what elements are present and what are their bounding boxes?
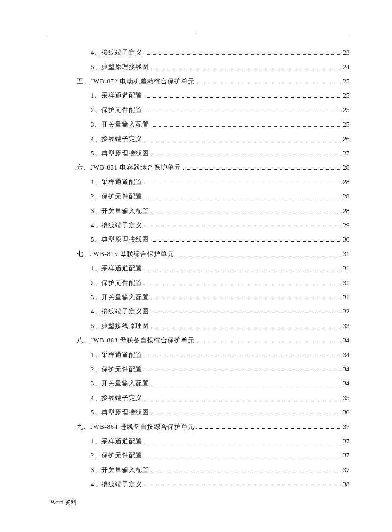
toc-page-number: 32 <box>343 308 349 315</box>
toc-page-number: 34 <box>343 366 349 373</box>
toc-leader-dots <box>144 97 342 98</box>
toc-entry: 4、接线端子定义23 <box>43 49 349 63</box>
toc-label: 七、JWB-815 母联综合保护单元 <box>77 250 174 258</box>
toc-page-number: 30 <box>343 236 349 243</box>
toc-leader-dots <box>176 256 341 256</box>
toc-label: 5、典型原理接线图 <box>91 236 149 244</box>
toc-entry: 五、JWB-872 电动机差动综合保护单元25 <box>43 78 349 92</box>
toc-leader-dots <box>151 313 342 313</box>
toc-entry: 1、采样通道配置31 <box>43 265 349 279</box>
toc-leader-dots <box>151 241 342 242</box>
toc-leader-dots <box>144 54 342 55</box>
toc-leader-dots <box>151 213 342 213</box>
toc-entry: 5、典型原理接线图27 <box>43 150 349 164</box>
toc-entry: 1、采样通道配置34 <box>43 351 349 365</box>
toc-page-number: 31 <box>343 265 349 272</box>
toc-entry: 2、保护元件配置25 <box>43 106 349 121</box>
toc-label: 4、接线端子定义 <box>91 394 142 402</box>
toc-leader-dots <box>151 155 342 155</box>
toc-leader-dots <box>144 486 342 486</box>
toc-label: 5、典型原理接线图 <box>91 63 149 71</box>
toc-label: 4、接线端子定义 <box>91 135 142 143</box>
toc-label: 2、保护元件配置 <box>91 193 142 201</box>
toc-entry: 5、典型原理接线图30 <box>43 236 349 250</box>
toc-page-number: 34 <box>343 351 349 359</box>
toc-entry: 七、JWB-815 母联综合保护单元31 <box>43 250 349 265</box>
toc-page-number: 25 <box>343 78 349 85</box>
header-rule <box>46 37 349 37</box>
toc-entry: 3、开关量输入配置28 <box>43 207 349 221</box>
toc-leader-dots <box>196 342 341 342</box>
toc-entry: 1、采样通道配置28 <box>43 178 349 193</box>
toc-entry: 1、采样通道配置37 <box>43 437 349 452</box>
toc-page-number: 36 <box>343 409 349 416</box>
toc-label: 3、开关量输入配置 <box>91 121 149 129</box>
toc-leader-dots <box>144 198 342 198</box>
toc-label: 五、JWB-872 电动机差动综合保护单元 <box>77 78 195 86</box>
toc-page-number: 31 <box>343 250 349 258</box>
toc-entry: 5、典型原理接线图24 <box>43 63 349 78</box>
toc-label: 2、保护元件配置 <box>91 106 142 114</box>
toc-page-number: 37 <box>343 423 349 431</box>
toc-label: 4、接线端子定义 <box>91 221 142 230</box>
toc-label: 2、保护元件配置 <box>91 451 142 460</box>
toc-leader-dots <box>151 414 342 414</box>
toc-page-number: 25 <box>343 92 349 99</box>
toc-leader-dots <box>151 69 342 69</box>
toc-entry: 九、JWB-864 进线备自投综合保护单元37 <box>43 423 349 437</box>
toc-page-number: 27 <box>343 150 349 157</box>
toc-entry: 4、接线端子定义29 <box>43 221 349 236</box>
toc-page-number: 33 <box>343 322 349 330</box>
toc-label: 2、保护元件配置 <box>91 365 142 374</box>
toc-leader-dots <box>196 83 341 83</box>
toc-label: 3、开关量输入配置 <box>91 466 149 474</box>
toc-leader-dots <box>144 457 342 457</box>
toc-entry: 5、典型接线原理图33 <box>43 322 349 336</box>
toc-label: 八、JWB-863 母联备自投综合保护单元 <box>77 336 195 345</box>
toc-leader-dots <box>144 285 342 285</box>
toc-entry: 3、开关量输入配置37 <box>43 466 349 480</box>
toc-leader-dots <box>144 443 342 443</box>
toc-page-number: 38 <box>343 481 349 488</box>
toc-page-number: 28 <box>343 193 349 200</box>
toc-label: 1、采样通道配置 <box>91 437 142 446</box>
toc-label: 1、采样通道配置 <box>91 351 142 359</box>
toc-label: 1、采样通道配置 <box>91 178 142 186</box>
toc-entry: 4、接线端子定义图32 <box>43 308 349 322</box>
toc-page-number: 28 <box>343 207 349 215</box>
toc-entry: 4、接线端子定义38 <box>43 480 349 495</box>
toc-label: 3、开关量输入配置 <box>91 380 149 388</box>
toc-leader-dots <box>144 184 342 184</box>
toc-page-number: 29 <box>343 222 349 229</box>
toc-label: 3、开关量输入配置 <box>91 293 149 302</box>
toc-leader-dots <box>151 299 342 299</box>
toc-page-number: 34 <box>343 380 349 387</box>
toc-entry: 3、开关量输入配置25 <box>43 121 349 135</box>
toc-leader-dots <box>196 428 341 429</box>
toc-entry: 1、采样通道配置25 <box>43 92 349 106</box>
toc-page-number: 26 <box>343 135 349 143</box>
toc-leader-dots <box>183 169 341 170</box>
toc-page-number: 25 <box>343 121 349 128</box>
toc-page-number: 28 <box>343 178 349 186</box>
toc-label: 5、典型原理接线图 <box>91 150 149 158</box>
toc-entry: 八、JWB-863 母联备自投综合保护单元34 <box>43 336 349 351</box>
table-of-contents: 4、接线端子定义235、典型原理接线图24五、JWB-872 电动机差动综合保护… <box>43 49 349 495</box>
toc-label: 2、保护元件配置 <box>91 279 142 287</box>
toc-leader-dots <box>144 270 342 270</box>
toc-page-number: 28 <box>343 164 349 171</box>
toc-leader-dots <box>144 227 342 227</box>
toc-entry: 2、保护元件配置31 <box>43 279 349 293</box>
toc-page-number: 37 <box>343 452 349 459</box>
toc-page-number: 31 <box>343 294 349 301</box>
toc-page-number: 34 <box>343 337 349 344</box>
toc-label: 3、开关量输入配置 <box>91 207 149 215</box>
toc-entry: 3、开关量输入配置31 <box>43 293 349 308</box>
toc-page-number: 25 <box>343 106 349 114</box>
toc-leader-dots <box>144 371 342 371</box>
toc-entry: 5、典型原理接线图36 <box>43 408 349 423</box>
toc-entry: 4、接线端子定义26 <box>43 135 349 150</box>
toc-label: 5、典型原理接线图 <box>91 408 149 417</box>
toc-leader-dots <box>144 400 342 400</box>
document-page: . 4、接线端子定义235、典型原理接线图24五、JWB-872 电动机差动综合… <box>0 0 392 532</box>
